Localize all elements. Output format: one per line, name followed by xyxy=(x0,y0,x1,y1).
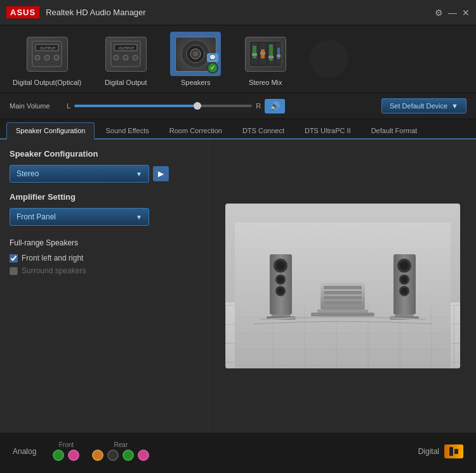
svg-rect-30 xyxy=(277,55,281,57)
volume-controls: L R 🔊 xyxy=(67,99,375,113)
settings-icon[interactable]: ⚙ xyxy=(435,8,443,18)
stereo-selected: Stereo xyxy=(17,169,39,178)
bottom-bar: Analog Front Rear Digital xyxy=(0,432,476,470)
asus-logo: ASUS xyxy=(6,6,39,18)
front-jacks-section: Front xyxy=(53,441,79,461)
test-speakers-button[interactable]: ▶ xyxy=(153,166,169,181)
digital-icon[interactable] xyxy=(444,444,463,458)
surround-label: Surround speakers xyxy=(22,266,86,275)
device-stereo-mix[interactable]: Stereo Mix xyxy=(240,32,291,86)
jack-rear-black[interactable] xyxy=(107,450,119,461)
minimize-icon[interactable]: — xyxy=(448,8,457,18)
device-inner-output: OUTPUT xyxy=(105,37,147,72)
close-icon[interactable]: ✕ xyxy=(462,8,470,18)
left-label: L xyxy=(67,102,70,110)
amp-dropdown[interactable]: Front Panel ▼ xyxy=(10,208,149,226)
active-badge: ✓ xyxy=(207,62,218,74)
tab-room-correction[interactable]: Room Correction xyxy=(160,122,232,138)
main-content: Speaker Configuration Stereo ▼ ▶ Amplifi… xyxy=(0,139,476,432)
svg-point-17 xyxy=(193,51,198,56)
svg-text:OUTPUT: OUTPUT xyxy=(40,46,56,50)
fullrange-title: Full-range Speakers xyxy=(10,238,199,247)
tab-default-format[interactable]: Default Format xyxy=(362,122,427,138)
svg-point-11 xyxy=(133,55,138,60)
jack-front-pink[interactable] xyxy=(68,450,79,461)
rear-jacks xyxy=(92,450,149,461)
jack-rear-pink[interactable] xyxy=(138,450,149,461)
speaker-visualization xyxy=(225,204,460,368)
volume-section: Main Volume L R 🔊 Set Default Device ▼ xyxy=(0,93,476,119)
svg-rect-62 xyxy=(324,291,362,294)
left-panel: Speaker Configuration Stereo ▼ ▶ Amplifi… xyxy=(0,139,209,432)
stereo-dropdown[interactable]: Stereo ▼ xyxy=(10,165,149,183)
digital-section: Digital xyxy=(418,444,463,458)
digital-bar-tall xyxy=(449,447,453,456)
digital-label: Digital xyxy=(418,447,439,456)
svg-rect-26 xyxy=(277,48,280,59)
tab-dts-connect[interactable]: DTS Connect xyxy=(233,122,294,138)
mute-button[interactable]: 🔊 xyxy=(265,99,285,113)
svg-point-44 xyxy=(276,261,285,270)
device-digital-optical[interactable]: OUTPUT Digital Output(Optical) xyxy=(13,32,81,86)
jack-rear-orange[interactable] xyxy=(92,450,103,461)
svg-rect-29 xyxy=(268,56,274,58)
device-row: OUTPUT Digital Output(Optical) OUTPUT Di… xyxy=(0,25,476,93)
front-lr-label: Front left and right xyxy=(22,254,83,262)
device-inner-stereo-mix xyxy=(245,37,286,72)
amp-dropdown-arrow-icon: ▼ xyxy=(136,214,142,221)
front-label: Front xyxy=(59,441,74,448)
tab-sound-effects[interactable]: Sound Effects xyxy=(96,122,158,138)
dropdown-arrow-icon: ▼ xyxy=(451,102,458,110)
speaker-config-title: Speaker Configuration xyxy=(10,149,199,159)
message-badge: 💬 xyxy=(207,53,218,62)
device-icon-stereo-mix xyxy=(240,32,291,76)
amp-selected: Front Panel xyxy=(17,212,56,221)
front-lr-checkbox[interactable] xyxy=(10,254,18,262)
surround-checkbox-item: Surround speakers xyxy=(10,266,199,275)
svg-point-4 xyxy=(54,55,59,60)
device-label-speakers: Speakers xyxy=(181,79,210,86)
amp-dropdown-container: Front Panel ▼ xyxy=(10,208,199,226)
svg-rect-27 xyxy=(252,53,257,56)
device-icon-output: OUTPUT xyxy=(100,32,151,76)
svg-text:OUTPUT: OUTPUT xyxy=(119,46,135,50)
svg-point-10 xyxy=(123,55,128,60)
svg-point-46 xyxy=(277,276,284,283)
rear-label: Rear xyxy=(114,441,128,448)
svg-rect-23 xyxy=(253,46,256,58)
svg-point-53 xyxy=(400,261,409,270)
amp-setting-title: Amplifier Setting xyxy=(10,192,199,202)
speaker-svg xyxy=(235,223,451,368)
front-jacks xyxy=(53,450,79,461)
app-title: Realtek HD Audio Manager xyxy=(46,8,435,17)
jack-front-green[interactable] xyxy=(53,450,64,461)
analog-label: Analog xyxy=(13,447,36,456)
fullrange-section: Full-range Speakers Front left and right… xyxy=(10,238,199,275)
device-inner-optical: OUTPUT xyxy=(27,37,68,72)
device-icon-optical: OUTPUT xyxy=(22,32,72,76)
jack-rear-green[interactable] xyxy=(122,450,134,461)
tab-speaker-config[interactable]: Speaker Configuration xyxy=(6,122,95,139)
svg-point-57 xyxy=(401,288,407,294)
tabs-row: Speaker Configuration Sound Effects Room… xyxy=(0,119,476,139)
device-inner-speakers: 💬 ✓ xyxy=(175,37,216,72)
svg-rect-66 xyxy=(311,313,374,316)
device-digital-output[interactable]: OUTPUT Digital Output xyxy=(100,32,151,86)
volume-label: Main Volume xyxy=(10,102,60,110)
device-speakers[interactable]: 💬 ✓ Speakers xyxy=(170,32,221,86)
svg-rect-25 xyxy=(269,44,273,61)
svg-point-3 xyxy=(44,55,50,60)
svg-rect-61 xyxy=(324,286,362,289)
svg-rect-28 xyxy=(260,52,265,55)
right-panel xyxy=(209,139,476,432)
default-device-button[interactable]: Set Default Device ▼ xyxy=(381,98,466,113)
front-lr-checkbox-item: Front left and right xyxy=(10,254,199,262)
stereo-dropdown-arrow-icon: ▼ xyxy=(136,171,142,178)
surround-checkbox[interactable] xyxy=(10,267,18,275)
svg-rect-65 xyxy=(317,309,368,313)
tab-dts-ultrapc[interactable]: DTS UltraPC II xyxy=(295,122,360,138)
svg-rect-64 xyxy=(324,301,362,304)
volume-slider[interactable] xyxy=(74,105,252,107)
svg-point-9 xyxy=(114,55,119,60)
rear-jacks-section: Rear xyxy=(92,441,149,461)
